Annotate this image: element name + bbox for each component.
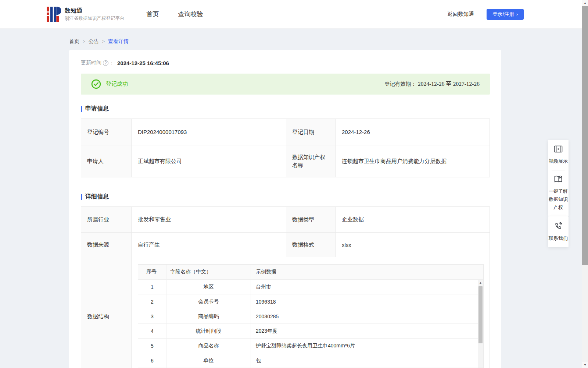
update-time-value: 2024-12-25 16:45:06 — [117, 60, 169, 66]
row-field-name: 统计时间段 — [166, 324, 251, 338]
row-no: 5 — [138, 339, 166, 353]
update-time-row: 更新时间 ? ： 2024-12-25 16:45:06 — [81, 60, 490, 66]
row-no: 6 — [138, 353, 166, 368]
nav-item-verify[interactable]: 查询校验 — [178, 10, 203, 18]
section-title-bar — [81, 194, 82, 200]
breadcrumb-separator: > — [83, 39, 85, 44]
colon: ： — [109, 60, 114, 66]
video-widget-label: 视频展示 — [549, 157, 568, 165]
detail-card: 更新时间 ? ： 2024-12-25 16:45:06 登记成功 登记有效期：… — [69, 50, 501, 368]
book-icon — [554, 175, 563, 185]
guide-widget-label: 一键了解数据知识产权 — [549, 187, 568, 212]
table-row: 4 统计时间段 2023年度 — [138, 323, 483, 338]
row-no: 2 — [138, 294, 166, 309]
section-title-text: 申请信息 — [85, 105, 109, 113]
detail-info-table: 所属行业 批发和零售业 数据类型 企业数据 数据来源 自行产生 数据格式 xls… — [81, 206, 490, 368]
floating-widget-contact[interactable]: 联系我们 — [548, 216, 569, 247]
table-row: 数据结构 序号 字段名称（中文） 示例数据 1 地区 台州市 2 — [81, 257, 490, 368]
contact-widget-label: 联系我们 — [549, 234, 568, 243]
row-field-name: 单位 — [166, 353, 251, 368]
applicant-value: 正斌超市有限公司 — [131, 145, 286, 177]
table-row: 3 商品编码 20030285 — [138, 309, 483, 323]
registration-success-banner: 登记成功 登记有效期： 2024-12-26 至 2027-12-26 — [81, 74, 490, 95]
reg-no-label: 登记编号 — [81, 119, 131, 145]
row-sample: 护舒宝甜睡绵柔超长夜用卫生巾400mm*6片 — [251, 339, 483, 353]
site-header: 数知通 浙江省数据知识产权登记平台 首页 查询校验 返回数知通 登录/注册 › — [0, 0, 588, 29]
brand[interactable]: 数知通 浙江省数据知识产权登记平台 — [47, 5, 125, 24]
structure-label: 数据结构 — [81, 257, 131, 368]
structure-header-row: 序号 字段名称（中文） 示例数据 — [138, 265, 483, 279]
nav-item-home[interactable]: 首页 — [147, 10, 159, 18]
data-type-label: 数据类型 — [286, 207, 335, 232]
section-title-text: 详细信息 — [85, 193, 109, 201]
scroll-up-arrow-icon[interactable]: ▲ — [582, 0, 588, 6]
table-row: 数据来源 自行产生 数据格式 xlsx — [81, 232, 490, 257]
brand-subtitle: 浙江省数据知识产权登记平台 — [65, 15, 125, 22]
row-sample: 台州市 — [251, 280, 483, 294]
breadcrumb-notice[interactable]: 公告 — [89, 38, 99, 45]
table-row: 申请人 正斌超市有限公司 数据知识产权名称 连锁超市卫生巾商品用户消费能力分层数… — [81, 145, 490, 177]
table-row: 2 会员卡号 1096318 — [138, 294, 483, 309]
reg-date-label: 登记日期 — [286, 119, 335, 145]
brand-title: 数知通 — [65, 7, 125, 14]
format-value: xlsx — [335, 233, 490, 257]
chevron-right-icon: › — [516, 12, 518, 17]
divider — [552, 170, 565, 170]
apply-info-section-title: 申请信息 — [81, 105, 490, 113]
row-sample: 2023年度 — [251, 324, 483, 338]
status-badge: 登记成功 — [106, 81, 128, 88]
check-circle-icon — [91, 79, 101, 89]
breadcrumb: 首页 > 公告 > 查看详情 — [0, 29, 588, 50]
breadcrumb-home[interactable]: 首页 — [69, 38, 79, 45]
breadcrumb-current: 查看详情 — [108, 38, 129, 45]
main-nav: 首页 查询校验 — [147, 10, 203, 18]
floating-widget-video[interactable]: 视频展示 一键了解数据知识产权 — [548, 140, 569, 216]
brand-logo-icon — [47, 5, 61, 24]
col-header-field-name: 字段名称（中文） — [166, 265, 251, 279]
apply-info-table: 登记编号 DIP2024000017093 登记日期 2024-12-26 申请… — [81, 118, 490, 177]
reg-no-value: DIP2024000017093 — [131, 119, 286, 145]
table-row: 5 商品名称 护舒宝甜睡绵柔超长夜用卫生巾400mm*6片 — [138, 338, 483, 353]
validity-label: 登记有效期： — [384, 81, 416, 87]
login-register-label: 登录/注册 — [492, 11, 514, 18]
scrollbar-thumb[interactable] — [478, 286, 483, 343]
section-title-bar — [81, 106, 82, 112]
video-icon — [554, 145, 563, 155]
reg-date-value: 2024-12-26 — [335, 119, 490, 145]
row-sample: 1096318 — [251, 294, 483, 309]
row-sample: 20030285 — [251, 309, 483, 323]
row-field-name: 地区 — [166, 280, 251, 294]
applicant-label: 申请人 — [81, 145, 131, 177]
inner-table-scrollbar[interactable]: ▲ — [478, 280, 483, 368]
col-header-sample: 示例数据 — [251, 265, 483, 279]
row-field-name: 会员卡号 — [166, 294, 251, 309]
row-field-name: 商品编码 — [166, 309, 251, 323]
help-circle-icon[interactable]: ? — [103, 60, 108, 66]
phone-icon — [554, 222, 563, 232]
breadcrumb-separator: > — [102, 39, 105, 44]
table-row: 所属行业 批发和零售业 数据类型 企业数据 — [81, 207, 490, 232]
page-scrollbar[interactable]: ▲ ▼ — [582, 0, 588, 368]
back-to-shuzhitong-link[interactable]: 返回数知通 — [447, 11, 474, 18]
scroll-up-arrow-icon[interactable]: ▲ — [478, 280, 483, 286]
update-time-label: 更新时间 — [81, 60, 101, 66]
scrollbar-thumb[interactable] — [582, 6, 588, 265]
table-row: 1 地区 台州市 — [138, 279, 483, 294]
dip-name-value: 连锁超市卫生巾商品用户消费能力分层数据 — [335, 145, 490, 177]
row-no: 4 — [138, 324, 166, 338]
validity-value: 2024-12-26 至 2027-12-26 — [418, 81, 480, 87]
row-field-name: 商品名称 — [166, 339, 251, 353]
scroll-down-arrow-icon[interactable]: ▼ — [582, 362, 588, 368]
row-no: 1 — [138, 280, 166, 294]
industry-label: 所属行业 — [81, 207, 131, 232]
row-sample: 包 — [251, 353, 483, 368]
format-label: 数据格式 — [286, 233, 335, 257]
login-register-button[interactable]: 登录/注册 › — [487, 9, 524, 20]
data-structure-table: 序号 字段名称（中文） 示例数据 1 地区 台州市 2 会员卡号 1096318 — [138, 264, 484, 368]
col-header-no: 序号 — [138, 265, 166, 279]
row-no: 3 — [138, 309, 166, 323]
source-label: 数据来源 — [81, 233, 131, 257]
source-value: 自行产生 — [131, 233, 286, 257]
table-row: 6 单位 包 — [138, 353, 483, 368]
detail-info-section-title: 详细信息 — [81, 193, 490, 201]
